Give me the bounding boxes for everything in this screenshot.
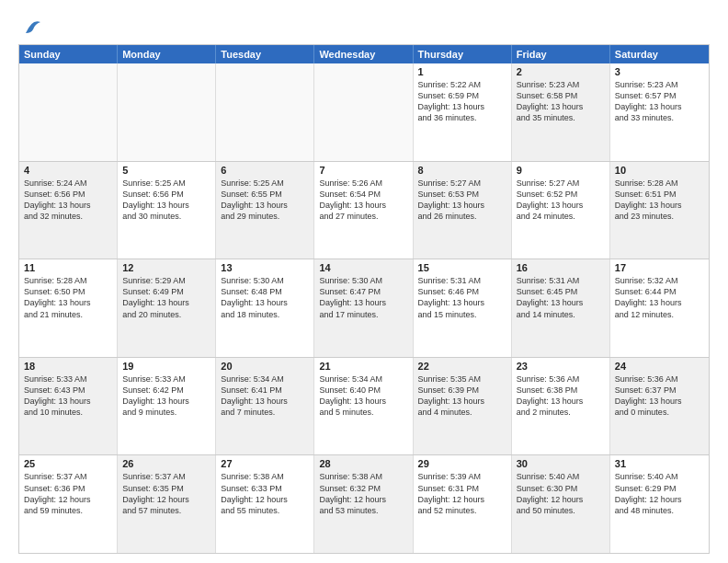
calendar-header-cell: Monday xyxy=(118,45,216,63)
cell-text: Sunrise: 5:27 AM Sunset: 6:52 PM Dayligh… xyxy=(517,178,605,223)
calendar-cell: 28Sunrise: 5:38 AM Sunset: 6:32 PM Dayli… xyxy=(314,455,413,553)
day-number: 22 xyxy=(418,361,506,372)
calendar-cell: 23Sunrise: 5:36 AM Sunset: 6:38 PM Dayli… xyxy=(512,358,610,455)
calendar-cell xyxy=(216,63,314,161)
calendar-cell: 29Sunrise: 5:39 AM Sunset: 6:31 PM Dayli… xyxy=(414,455,512,553)
calendar-cell: 16Sunrise: 5:31 AM Sunset: 6:45 PM Dayli… xyxy=(512,259,610,357)
calendar-cell: 6Sunrise: 5:25 AM Sunset: 6:55 PM Daylig… xyxy=(216,162,314,259)
cell-text: Sunrise: 5:23 AM Sunset: 6:57 PM Dayligh… xyxy=(615,79,704,124)
day-number: 8 xyxy=(418,165,506,176)
cell-text: Sunrise: 5:30 AM Sunset: 6:48 PM Dayligh… xyxy=(221,275,309,320)
calendar-header-cell: Thursday xyxy=(414,45,512,63)
calendar-header-cell: Saturday xyxy=(610,45,709,63)
calendar-cell: 21Sunrise: 5:34 AM Sunset: 6:40 PM Dayli… xyxy=(314,358,413,455)
calendar-cell xyxy=(19,63,118,161)
calendar: SundayMondayTuesdayWednesdayThursdayFrid… xyxy=(18,44,710,554)
cell-text: Sunrise: 5:28 AM Sunset: 6:50 PM Dayligh… xyxy=(24,275,112,320)
cell-text: Sunrise: 5:39 AM Sunset: 6:31 PM Dayligh… xyxy=(418,471,506,516)
calendar-cell: 25Sunrise: 5:37 AM Sunset: 6:36 PM Dayli… xyxy=(19,455,118,553)
calendar-cell: 14Sunrise: 5:30 AM Sunset: 6:47 PM Dayli… xyxy=(314,259,413,357)
cell-text: Sunrise: 5:40 AM Sunset: 6:30 PM Dayligh… xyxy=(517,471,605,516)
day-number: 2 xyxy=(517,66,605,77)
day-number: 20 xyxy=(221,361,309,372)
day-number: 16 xyxy=(517,262,605,273)
calendar-header-row: SundayMondayTuesdayWednesdayThursdayFrid… xyxy=(19,45,709,63)
cell-text: Sunrise: 5:37 AM Sunset: 6:35 PM Dayligh… xyxy=(122,471,210,516)
day-number: 27 xyxy=(221,458,309,469)
calendar-cell: 17Sunrise: 5:32 AM Sunset: 6:44 PM Dayli… xyxy=(610,259,709,357)
cell-text: Sunrise: 5:34 AM Sunset: 6:41 PM Dayligh… xyxy=(221,373,309,419)
calendar-row: 18Sunrise: 5:33 AM Sunset: 6:43 PM Dayli… xyxy=(19,357,709,455)
calendar-cell: 3Sunrise: 5:23 AM Sunset: 6:57 PM Daylig… xyxy=(610,63,709,161)
day-number: 17 xyxy=(615,262,704,273)
calendar-cell: 31Sunrise: 5:40 AM Sunset: 6:29 PM Dayli… xyxy=(610,455,709,553)
day-number: 23 xyxy=(517,361,605,372)
calendar-header-cell: Tuesday xyxy=(216,45,314,63)
calendar-cell: 20Sunrise: 5:34 AM Sunset: 6:41 PM Dayli… xyxy=(216,358,314,455)
cell-text: Sunrise: 5:37 AM Sunset: 6:36 PM Dayligh… xyxy=(24,471,112,516)
calendar-cell: 13Sunrise: 5:30 AM Sunset: 6:48 PM Dayli… xyxy=(216,259,314,357)
calendar-cell: 24Sunrise: 5:36 AM Sunset: 6:37 PM Dayli… xyxy=(610,358,709,455)
calendar-cell: 18Sunrise: 5:33 AM Sunset: 6:43 PM Dayli… xyxy=(19,358,118,455)
calendar-header-cell: Friday xyxy=(512,45,610,63)
calendar-cell xyxy=(118,63,216,161)
cell-text: Sunrise: 5:26 AM Sunset: 6:54 PM Dayligh… xyxy=(319,178,407,223)
day-number: 24 xyxy=(615,361,704,372)
calendar-row: 11Sunrise: 5:28 AM Sunset: 6:50 PM Dayli… xyxy=(19,259,709,357)
day-number: 21 xyxy=(319,361,407,372)
calendar-body: 1Sunrise: 5:22 AM Sunset: 6:59 PM Daylig… xyxy=(19,63,709,553)
calendar-cell: 5Sunrise: 5:25 AM Sunset: 6:56 PM Daylig… xyxy=(118,162,216,259)
calendar-cell: 27Sunrise: 5:38 AM Sunset: 6:33 PM Dayli… xyxy=(216,455,314,553)
day-number: 4 xyxy=(24,165,112,176)
day-number: 7 xyxy=(319,165,407,176)
calendar-cell: 2Sunrise: 5:23 AM Sunset: 6:58 PM Daylig… xyxy=(512,63,610,161)
cell-text: Sunrise: 5:22 AM Sunset: 6:59 PM Dayligh… xyxy=(418,79,506,124)
cell-text: Sunrise: 5:32 AM Sunset: 6:44 PM Dayligh… xyxy=(615,275,704,320)
calendar-cell: 7Sunrise: 5:26 AM Sunset: 6:54 PM Daylig… xyxy=(314,162,413,259)
cell-text: Sunrise: 5:29 AM Sunset: 6:49 PM Dayligh… xyxy=(122,275,210,320)
day-number: 31 xyxy=(615,458,704,469)
cell-text: Sunrise: 5:31 AM Sunset: 6:46 PM Dayligh… xyxy=(418,275,506,320)
day-number: 14 xyxy=(319,262,407,273)
calendar-cell: 15Sunrise: 5:31 AM Sunset: 6:46 PM Dayli… xyxy=(414,259,512,357)
cell-text: Sunrise: 5:36 AM Sunset: 6:38 PM Dayligh… xyxy=(517,373,605,419)
page: SundayMondayTuesdayWednesdayThursdayFrid… xyxy=(0,0,728,563)
calendar-row: 1Sunrise: 5:22 AM Sunset: 6:59 PM Daylig… xyxy=(19,63,709,161)
day-number: 29 xyxy=(418,458,506,469)
day-number: 3 xyxy=(615,66,704,77)
cell-text: Sunrise: 5:27 AM Sunset: 6:53 PM Dayligh… xyxy=(418,178,506,223)
calendar-cell: 10Sunrise: 5:28 AM Sunset: 6:51 PM Dayli… xyxy=(610,162,709,259)
calendar-cell: 26Sunrise: 5:37 AM Sunset: 6:35 PM Dayli… xyxy=(118,455,216,553)
logo-icon xyxy=(22,17,42,37)
calendar-cell: 1Sunrise: 5:22 AM Sunset: 6:59 PM Daylig… xyxy=(414,63,512,161)
cell-text: Sunrise: 5:33 AM Sunset: 6:42 PM Dayligh… xyxy=(122,373,210,419)
cell-text: Sunrise: 5:31 AM Sunset: 6:45 PM Dayligh… xyxy=(517,275,605,320)
day-number: 9 xyxy=(517,165,605,176)
day-number: 19 xyxy=(122,361,210,372)
calendar-row: 4Sunrise: 5:24 AM Sunset: 6:56 PM Daylig… xyxy=(19,161,709,259)
day-number: 12 xyxy=(122,262,210,273)
day-number: 6 xyxy=(221,165,309,176)
calendar-cell: 19Sunrise: 5:33 AM Sunset: 6:42 PM Dayli… xyxy=(118,358,216,455)
cell-text: Sunrise: 5:30 AM Sunset: 6:47 PM Dayligh… xyxy=(319,275,407,320)
calendar-header-cell: Sunday xyxy=(19,45,118,63)
logo xyxy=(18,18,42,37)
calendar-cell: 9Sunrise: 5:27 AM Sunset: 6:52 PM Daylig… xyxy=(512,162,610,259)
day-number: 18 xyxy=(24,361,112,372)
day-number: 28 xyxy=(319,458,407,469)
cell-text: Sunrise: 5:33 AM Sunset: 6:43 PM Dayligh… xyxy=(24,373,112,419)
day-number: 25 xyxy=(24,458,112,469)
calendar-cell: 11Sunrise: 5:28 AM Sunset: 6:50 PM Dayli… xyxy=(19,259,118,357)
day-number: 10 xyxy=(615,165,704,176)
day-number: 30 xyxy=(517,458,605,469)
cell-text: Sunrise: 5:38 AM Sunset: 6:32 PM Dayligh… xyxy=(319,471,407,516)
cell-text: Sunrise: 5:36 AM Sunset: 6:37 PM Dayligh… xyxy=(615,373,704,419)
header xyxy=(18,15,710,37)
calendar-cell: 12Sunrise: 5:29 AM Sunset: 6:49 PM Dayli… xyxy=(118,259,216,357)
cell-text: Sunrise: 5:38 AM Sunset: 6:33 PM Dayligh… xyxy=(221,471,309,516)
day-number: 1 xyxy=(418,66,506,77)
day-number: 11 xyxy=(24,262,112,273)
cell-text: Sunrise: 5:25 AM Sunset: 6:56 PM Dayligh… xyxy=(122,178,210,223)
cell-text: Sunrise: 5:40 AM Sunset: 6:29 PM Dayligh… xyxy=(615,471,704,516)
day-number: 15 xyxy=(418,262,506,273)
